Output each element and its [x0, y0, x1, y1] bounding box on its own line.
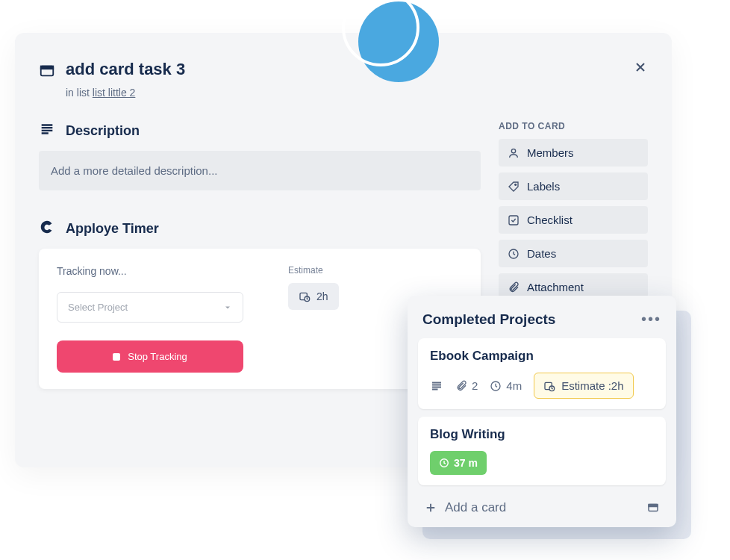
labels-label: Labels	[527, 180, 560, 193]
plus-icon	[424, 501, 437, 514]
time-pill: 37 m	[430, 451, 487, 475]
time-spent: 4m	[490, 379, 522, 392]
card-icon	[39, 63, 55, 82]
attachment-icon	[508, 281, 520, 293]
project-select[interactable]: Select Project	[57, 292, 243, 323]
attachment-count: 2	[455, 379, 478, 392]
close-button[interactable]	[633, 60, 648, 78]
project-card-ebook[interactable]: Ebook Campaign 2 4m Estimate :2h	[418, 338, 666, 409]
stop-tracking-label: Stop Tracking	[128, 351, 187, 362]
labels-button[interactable]: Labels	[499, 172, 648, 200]
completed-projects-list: Completed Projects ••• Ebook Campaign 2 …	[408, 296, 676, 527]
estimate-chip[interactable]: 2h	[288, 283, 339, 310]
list-link[interactable]: list little 2	[93, 87, 136, 99]
add-card-button[interactable]: Add a card	[418, 493, 666, 518]
checklist-icon	[508, 214, 520, 226]
project-card-title: Ebook Campaign	[430, 349, 654, 364]
timer-heading: Apploye Timer	[66, 221, 159, 237]
card-subtitle: in list list little 2	[66, 87, 648, 99]
list-title: Completed Projects	[422, 311, 555, 328]
description-heading: Description	[66, 123, 140, 139]
description-input[interactable]: Add a more detailed description...	[39, 151, 481, 190]
chevron-down-icon	[223, 303, 232, 312]
card-title[interactable]: add card task 3	[66, 60, 185, 79]
dates-label: Dates	[527, 247, 556, 260]
checklist-label: Checklist	[527, 214, 573, 226]
attachment-label: Attachment	[527, 281, 584, 293]
estimate-value: 2h	[316, 290, 328, 302]
stop-icon	[113, 353, 120, 361]
svg-rect-6	[509, 216, 518, 225]
description-icon	[39, 121, 55, 140]
svg-rect-1	[41, 66, 54, 69]
description-indicator-icon	[430, 379, 443, 393]
project-card-title: Blog Writing	[430, 427, 654, 442]
calendar-clock-icon	[543, 380, 555, 392]
template-icon[interactable]	[646, 501, 660, 514]
paperclip-icon	[455, 380, 467, 392]
tracking-label: Tracking now...	[57, 265, 243, 277]
calendar-clock-icon	[299, 290, 311, 302]
clock-icon	[508, 248, 520, 260]
clock-icon	[439, 458, 449, 468]
members-button[interactable]: Members	[499, 139, 648, 167]
list-menu-button[interactable]: •••	[641, 311, 661, 328]
stop-tracking-button[interactable]: Stop Tracking	[57, 340, 243, 373]
add-to-card-heading: ADD TO CARD	[499, 121, 648, 131]
clock-icon	[490, 380, 502, 392]
add-card-label: Add a card	[445, 500, 506, 515]
estimate-label: Estimate	[288, 265, 339, 276]
dates-button[interactable]: Dates	[499, 240, 648, 267]
members-label: Members	[527, 146, 574, 159]
estimate-tag: Estimate :2h	[534, 373, 633, 399]
in-list-prefix: in list	[66, 87, 93, 99]
svg-point-5	[515, 184, 517, 185]
svg-rect-13	[649, 505, 658, 507]
project-select-placeholder: Select Project	[68, 302, 128, 313]
svg-point-4	[511, 149, 515, 152]
person-icon	[508, 147, 520, 159]
checklist-button[interactable]: Checklist	[499, 206, 648, 234]
label-icon	[508, 181, 520, 193]
apploye-icon	[39, 219, 55, 238]
project-card-blog[interactable]: Blog Writing 37 m	[418, 417, 666, 485]
